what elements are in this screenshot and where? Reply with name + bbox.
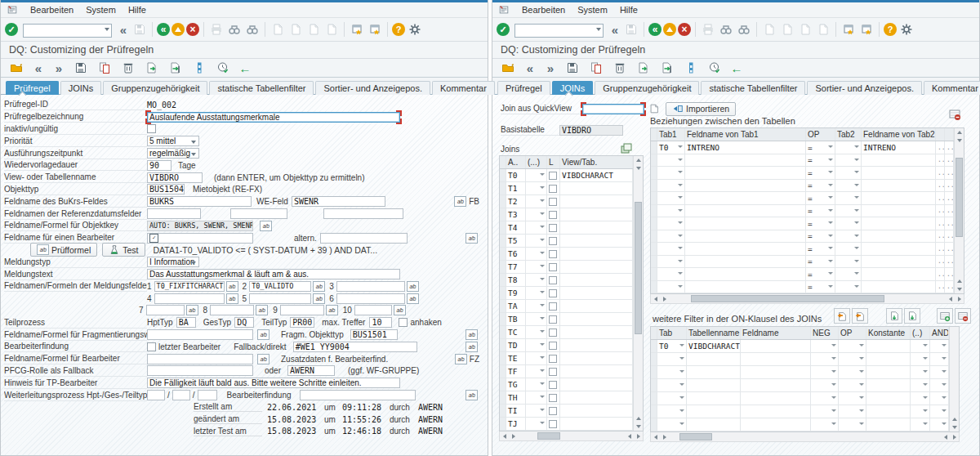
rel-more-button[interactable] <box>936 205 945 217</box>
field-select-icon[interactable] <box>257 329 270 340</box>
wf-gruppe-input[interactable]: AWERN <box>287 365 335 376</box>
rel-feldname1-cell[interactable] <box>685 217 806 230</box>
delete-relation-row-icon[interactable] <box>947 106 963 123</box>
join-view-cell[interactable] <box>560 326 633 338</box>
row-selector[interactable] <box>500 339 506 351</box>
help-icon[interactable] <box>884 23 897 36</box>
row-selector[interactable] <box>500 418 506 430</box>
pfcg-rolle-input[interactable] <box>147 365 253 376</box>
rel-more-button[interactable] <box>936 256 945 268</box>
tab-item[interactable]: statische Tabellenfilter <box>701 81 805 95</box>
msg-field-input-3[interactable] <box>336 281 405 292</box>
rel-tab2-dropdown[interactable] <box>835 243 862 255</box>
rel-op-dropdown[interactable]: = <box>806 180 835 192</box>
row-selector[interactable] <box>500 352 506 364</box>
field-select-icon[interactable] <box>313 293 325 304</box>
tab-item[interactable]: Sortier- und Anzeigepos. <box>807 81 921 95</box>
field-select-icon[interactable] <box>407 281 419 292</box>
rel-feldname2-cell[interactable] <box>862 281 936 293</box>
adopt-icon[interactable] <box>167 60 184 76</box>
enter-icon[interactable] <box>5 23 18 36</box>
filter-tabellenname-cell[interactable]: VIBDCHARACT <box>687 340 741 352</box>
filter-tabellenname-cell[interactable] <box>687 392 741 405</box>
rel-feldname2-cell[interactable] <box>862 154 936 167</box>
rel-feldname1-cell[interactable] <box>685 256 806 268</box>
field-select-icon[interactable] <box>466 342 478 352</box>
rel-tab1-dropdown[interactable] <box>657 268 685 280</box>
row-selector[interactable] <box>500 221 506 234</box>
scroll-right-icon[interactable] <box>660 433 669 441</box>
row-selector[interactable] <box>651 180 657 192</box>
copy-row-up2-icon[interactable] <box>852 308 868 324</box>
copy-from-icon[interactable] <box>144 60 160 76</box>
filter-konstante-cell[interactable] <box>866 340 911 352</box>
row-selector[interactable] <box>500 326 506 338</box>
filter-op-dropdown[interactable] <box>839 353 866 365</box>
inaktiv-checkbox[interactable] <box>147 124 156 133</box>
join-left-outer-checkbox[interactable] <box>547 391 560 404</box>
fragm-objekttyp-input[interactable]: BUS1501 <box>350 329 398 340</box>
row-selector[interactable] <box>500 313 506 325</box>
paste-row-down-icon[interactable] <box>886 308 902 324</box>
rel-tab1-dropdown[interactable] <box>657 180 685 192</box>
join-left-outer-checkbox[interactable] <box>547 313 560 325</box>
row-selector[interactable] <box>651 154 657 167</box>
print-icon[interactable] <box>208 21 225 38</box>
menu-hilfe[interactable]: Hilfe <box>620 5 638 15</box>
join-left-outer-checkbox[interactable] <box>547 287 560 299</box>
menu-hilfe[interactable]: Hilfe <box>128 5 146 15</box>
first-page-icon[interactable] <box>761 21 777 38</box>
filter-paren-dropdown[interactable] <box>911 405 930 418</box>
rel-more-button[interactable] <box>945 217 954 230</box>
msg-field-input-7[interactable] <box>146 305 185 315</box>
command-dropdown-icon[interactable] <box>596 28 601 31</box>
tab-item[interactable]: Prüfregel <box>497 81 550 95</box>
join-paren-dropdown[interactable] <box>526 339 547 351</box>
row-selector[interactable] <box>500 195 506 208</box>
join-paren-dropdown[interactable] <box>526 313 547 325</box>
menu-bearbeiten[interactable]: Bearbeiten <box>522 5 565 15</box>
back-exit-icon[interactable] <box>730 60 743 75</box>
filter-and-dropdown[interactable] <box>930 340 949 352</box>
vertical-scrollbar[interactable] <box>949 327 959 431</box>
back-icon[interactable] <box>648 23 662 36</box>
last-page-icon[interactable] <box>815 21 831 38</box>
refdatum-input-3[interactable] <box>323 208 403 219</box>
rel-feldname2-cell[interactable] <box>862 217 936 230</box>
horizontal-scrollbar[interactable] <box>499 431 644 441</box>
join-paren-dropdown[interactable] <box>526 248 547 260</box>
row-selector[interactable] <box>500 248 506 260</box>
scroll-right-icon[interactable] <box>660 295 669 303</box>
objektkey-input[interactable]: AUTO: BUKRS, SWENR, SMENR <box>147 221 253 231</box>
next-entry-icon[interactable] <box>52 60 65 75</box>
weiterleitung-gestyp-input[interactable] <box>172 390 190 400</box>
open-icon[interactable] <box>500 60 516 76</box>
rel-feldname2-cell[interactable] <box>862 256 936 268</box>
exit-icon[interactable] <box>663 23 676 36</box>
previous-entry-icon[interactable] <box>523 60 537 75</box>
first-page-icon[interactable] <box>270 21 286 38</box>
rel-more-button[interactable] <box>936 217 945 230</box>
join-view-cell[interactable] <box>560 235 633 247</box>
rel-feldname1-cell[interactable] <box>685 243 806 255</box>
row-selector[interactable] <box>651 243 657 255</box>
rel-tab2-dropdown[interactable] <box>835 141 862 154</box>
join-paren-dropdown[interactable] <box>526 221 547 234</box>
filter-and-dropdown[interactable] <box>930 392 949 405</box>
scroll-down-icon[interactable] <box>955 136 964 145</box>
filter-tab-dropdown[interactable]: T0 <box>657 340 687 352</box>
field-select-icon[interactable] <box>394 305 406 315</box>
join-left-outer-checkbox[interactable] <box>547 339 560 351</box>
test-button[interactable]: Test <box>102 243 145 257</box>
rel-more-button[interactable] <box>936 281 945 293</box>
filter-op-dropdown[interactable] <box>839 366 866 378</box>
scroll-left-icon[interactable] <box>651 433 660 441</box>
join-view-cell[interactable] <box>560 287 633 299</box>
join-view-cell[interactable] <box>560 182 633 194</box>
row-selector[interactable] <box>651 353 657 365</box>
rel-more-button[interactable] <box>936 167 945 179</box>
copy-entry-icon[interactable] <box>96 60 113 76</box>
menu-bearbeiten[interactable]: Bearbeiten <box>30 5 74 15</box>
copy-entry-icon[interactable] <box>588 60 604 76</box>
filter-neg-dropdown[interactable] <box>811 392 839 405</box>
